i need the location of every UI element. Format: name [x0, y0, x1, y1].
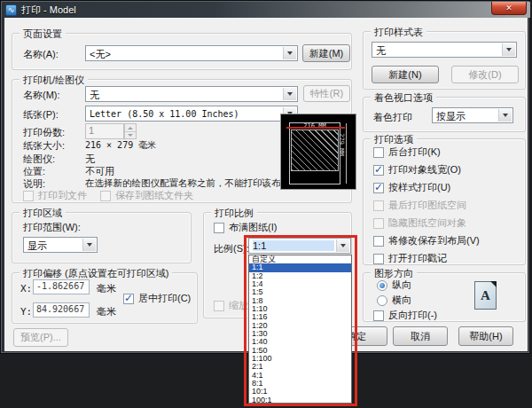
paper-preview-image: 216 MM 279 MM	[280, 114, 356, 190]
copies-stepper[interactable]	[124, 123, 137, 139]
close-button[interactable]: ✕	[491, 2, 527, 15]
paper-height-dimension: 279 MM	[337, 133, 344, 155]
plot-range-value: 显示	[27, 239, 81, 253]
plot-style-new-button[interactable]: 新建(N)	[372, 66, 439, 83]
stepper-down-icon[interactable]	[125, 131, 136, 138]
checkbox-label: 居中打印(C)	[138, 292, 191, 305]
scale-combobox[interactable]: 1:1	[248, 238, 351, 254]
offset-x-input[interactable]: -1.862667	[33, 279, 90, 294]
printer-name-label: 名称(M):	[23, 89, 60, 102]
checkbox-hide-paperspace[interactable]: 隐藏图纸空间对象	[373, 216, 466, 230]
preview-button[interactable]: 预览(P)...	[13, 328, 68, 347]
checkbox-label: 后台打印(K)	[388, 145, 441, 159]
plot-style-combobox[interactable]: 无	[372, 42, 517, 58]
checkbox-plot-upside-down[interactable]: 反向打印(-)	[373, 309, 437, 322]
checkbox-label: 打印对象线宽(O)	[388, 163, 461, 177]
checkbox-save-to-folder[interactable]: 保存到图纸文件夹	[100, 189, 193, 202]
checkbox-center-plot[interactable]: 居中打印(C)	[123, 292, 191, 305]
app-icon: ∿	[5, 4, 17, 16]
chevron-down-icon[interactable]	[336, 239, 349, 252]
checkbox-icon	[373, 200, 384, 211]
copies-input[interactable]: 1	[85, 123, 124, 139]
checkbox-icon	[373, 147, 384, 158]
plot-style-edit-button[interactable]: 修改(D)	[451, 66, 519, 83]
chevron-down-icon[interactable]	[283, 88, 296, 100]
checkbox-icon	[100, 191, 111, 201]
checkbox-background-plot[interactable]: 后台打印(K)	[373, 145, 441, 159]
location-value: 不可用	[85, 165, 114, 178]
radio-portrait[interactable]: 纵向	[377, 279, 411, 292]
cancel-button[interactable]: 取消	[393, 326, 448, 346]
paper-combobox[interactable]: Letter (8.50 x 11.00 Inches)	[85, 106, 298, 122]
page-setup-new-button[interactable]: 新建(M)	[302, 44, 350, 62]
checkbox-plot-to-file[interactable]: 打印到文件	[23, 189, 87, 202]
checkbox-icon	[373, 165, 384, 176]
checkbox-icon	[373, 218, 384, 229]
checkbox-label: 打印到文件	[38, 189, 87, 202]
checkbox-label: 按样式打印(U)	[388, 181, 450, 194]
group-page-setup-title: 页面设置	[20, 27, 66, 41]
checkbox-paperspace-last[interactable]: 最后打印图纸空间	[373, 199, 466, 212]
offset-y-input[interactable]: 84.920667	[33, 302, 90, 318]
printer-name-combobox[interactable]: 无	[85, 86, 298, 102]
offset-x-label: X:	[20, 283, 32, 294]
titlebar[interactable]: ∿ 打印 - Model ✕	[2, 2, 530, 18]
scale-dropdown-list: 自定义 1:1 1:2 1:4 1:5 1:8 1:10 1:16 1:20 1…	[248, 255, 352, 404]
scale-option[interactable]: 4:1	[249, 372, 351, 380]
autocad-canvas-background: ∿ 打印 - Model ✕ 页面设置 名称(A): <无> 新建(M) 打印机…	[0, 0, 532, 408]
shade-plot-value: 按显示	[436, 110, 497, 123]
printable-area-hatch	[291, 129, 339, 171]
scale-option[interactable]: 1:100	[249, 355, 351, 363]
checkbox-icon	[373, 183, 384, 193]
checkbox-label: 最后打印图纸空间	[388, 199, 466, 212]
group-plot-scale-title: 打印比例	[211, 207, 257, 220]
location-label: 位置:	[23, 165, 45, 178]
chevron-down-icon[interactable]	[498, 109, 512, 122]
checkbox-label: 隐藏图纸空间对象	[388, 216, 466, 230]
checkbox-fit-to-paper[interactable]: 布满图纸(I)	[214, 221, 277, 234]
printer-properties-button[interactable]: 特性(R)	[303, 85, 350, 102]
printer-name-value: 无	[90, 89, 281, 102]
checkbox-label: 将修改保存到布局(V)	[388, 234, 480, 247]
checkbox-plot-stamp-on[interactable]: 打开打印戳记	[373, 252, 447, 265]
page-setup-name-combobox[interactable]: <无>	[85, 45, 298, 61]
page-setup-name-label: 名称(A):	[23, 48, 59, 61]
offset-y-unit: 毫米	[97, 305, 116, 318]
chevron-down-icon[interactable]	[82, 239, 96, 251]
red-highlight-line	[286, 127, 345, 129]
close-icon: ✕	[505, 4, 512, 12]
paper-label: 纸张(P):	[23, 108, 59, 122]
scale-option[interactable]: 1:2	[249, 272, 351, 280]
checkbox-icon	[214, 301, 224, 311]
chevron-down-icon[interactable]	[502, 43, 515, 56]
checkbox-icon	[214, 223, 224, 233]
shade-plot-combobox[interactable]: 按显示	[432, 107, 513, 123]
paper-size-label: 纸张大小:	[23, 139, 65, 153]
radio-label: 纵向	[392, 279, 411, 292]
scale-option[interactable]: 2:1	[249, 363, 351, 371]
scale-option[interactable]: 1:4	[249, 280, 351, 288]
orientation-icon-letter: A	[481, 288, 490, 303]
group-plot-offset-title: 打印偏移 (原点设置在可打印区域)	[20, 267, 172, 280]
plot-range-combobox[interactable]: 显示	[23, 237, 98, 253]
scale-option-selected[interactable]: 1:1	[249, 263, 351, 271]
scale-label: 比例(S):	[214, 242, 249, 255]
scale-option[interactable]: 自定义	[249, 255, 351, 263]
checkbox-plot-lineweights[interactable]: 打印对象线宽(O)	[373, 163, 461, 177]
group-plot-options-title: 打印选项	[371, 133, 417, 146]
radio-label: 横向	[392, 294, 411, 307]
scale-option[interactable]: 100:1	[249, 396, 351, 404]
paper-value: Letter (8.50 x 11.00 Inches)	[90, 109, 281, 119]
radio-landscape[interactable]: 横向	[377, 294, 411, 307]
checkbox-plot-with-styles[interactable]: 按样式打印(U)	[373, 181, 450, 194]
chevron-down-icon[interactable]	[283, 47, 296, 59]
offset-y-label: Y:	[20, 306, 32, 318]
checkbox-save-changes-to-layout[interactable]: 将修改保存到布局(V)	[373, 234, 480, 247]
checkbox-icon	[373, 236, 384, 247]
checkbox-label: 打开打印戳记	[388, 252, 447, 265]
stepper-up-icon[interactable]	[125, 124, 136, 131]
scale-option[interactable]: 1:5	[249, 288, 351, 296]
help-button[interactable]: 帮助(H)	[458, 326, 513, 346]
plotter-label: 绘图仪:	[23, 153, 55, 166]
paper-orientation-icon: A	[474, 281, 497, 310]
